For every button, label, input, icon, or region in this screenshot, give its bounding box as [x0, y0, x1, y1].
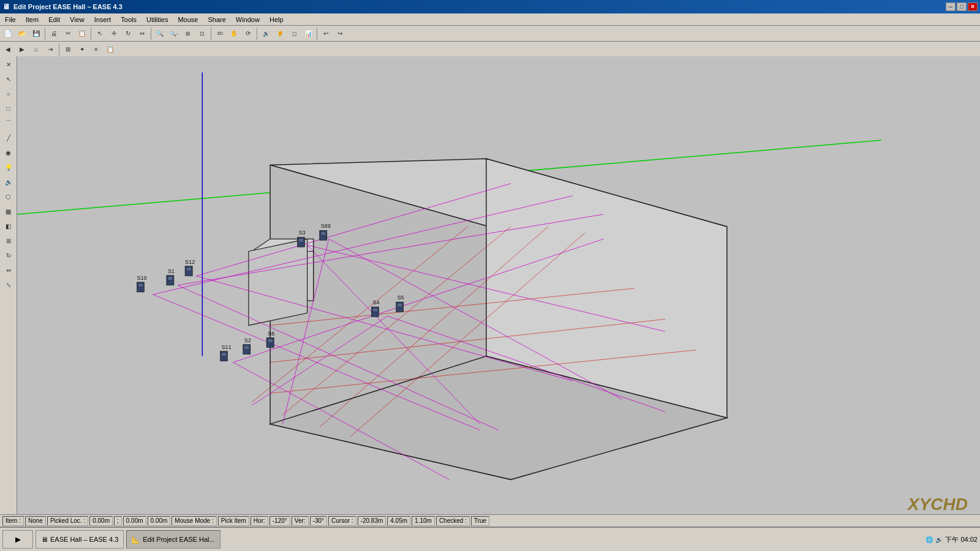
- grid-button[interactable]: ⊞: [61, 43, 75, 56]
- mouse-mode-label: Mouse Mode :: [172, 516, 216, 526]
- calc-button[interactable]: 📊: [301, 27, 315, 40]
- menu-edit[interactable]: Edit: [43, 15, 65, 24]
- pan-button[interactable]: ✋: [227, 27, 241, 40]
- menu-mouse[interactable]: Mouse: [173, 15, 203, 24]
- sep5: [257, 28, 257, 40]
- undo-button[interactable]: ↩: [319, 27, 333, 40]
- toolbar-main: 📄 📂 💾 🖨 ✂ 📋 ↖ ✛ ↻ ⇔ 🔍 🔍- ⊞ ⊡ 3D ✋ ⟳ 🔊 👂 …: [0, 26, 980, 42]
- svg-rect-45: [321, 231, 326, 235]
- svg-rect-48: [372, 308, 377, 312]
- svg-rect-33: [138, 283, 143, 287]
- sep4: [211, 28, 211, 40]
- area-button[interactable]: ◻: [287, 27, 301, 40]
- home-button[interactable]: ⌂: [29, 43, 43, 56]
- zoom-in-button[interactable]: 🔍: [153, 27, 167, 40]
- taskbar-item-edit-project[interactable]: 📐 Edit Project EASE Hal...: [126, 530, 220, 549]
- next-button[interactable]: ▶: [15, 43, 29, 56]
- prev-button[interactable]: ◀: [1, 43, 15, 56]
- lt-rect[interactable]: □: [2, 102, 15, 115]
- speaker-S2[interactable]: S2: [243, 337, 251, 354]
- lt-poly[interactable]: ⬡: [2, 190, 15, 203]
- zoom-all-button[interactable]: ⊞: [181, 27, 195, 40]
- svg-text:S6: S6: [268, 331, 274, 337]
- lt-light[interactable]: 💡: [2, 160, 15, 174]
- lt-scale[interactable]: ⤡: [2, 278, 15, 291]
- lt-line[interactable]: ╱: [2, 131, 15, 144]
- lt-mirror[interactable]: ⇔: [2, 263, 15, 277]
- listener-button[interactable]: 👂: [273, 27, 287, 40]
- speaker-S3[interactable]: S3: [297, 230, 305, 247]
- lt-select[interactable]: ↖: [2, 72, 15, 86]
- taskbar-item-ease-hall[interactable]: 🖥 EASE Hall – EASE 4.3: [36, 530, 124, 549]
- menubar: File Item Edit View Insert Tools Utiliti…: [0, 13, 980, 26]
- lt-speaker[interactable]: 🔊: [2, 175, 15, 189]
- layer-button[interactable]: ≡: [89, 43, 103, 56]
- sep7: [59, 43, 59, 56]
- maximize-button[interactable]: □: [957, 2, 967, 11]
- system-tray: 🌐 🔊 下午 04:02: [925, 535, 978, 544]
- lt-cursor[interactable]: ✕: [2, 58, 15, 71]
- select-arrow[interactable]: ↖: [93, 27, 107, 40]
- lt-grid[interactable]: ⊞: [2, 234, 15, 247]
- zoom-out-button[interactable]: 🔍-: [167, 27, 181, 40]
- item-label: Item :: [2, 516, 24, 526]
- copy-button[interactable]: 📋: [75, 27, 89, 40]
- scene-canvas: S10 S1 S12 S3 S69 S4: [17, 56, 980, 527]
- cursor-label: Cursor :: [328, 516, 356, 526]
- coord-y-val: 0.00m: [123, 516, 146, 526]
- snap-button[interactable]: ✦: [75, 43, 89, 56]
- lt-arc[interactable]: ⌒: [2, 116, 15, 130]
- speaker-S5[interactable]: S5: [396, 294, 404, 312]
- hor-label: Hor:: [251, 516, 268, 526]
- viewport[interactable]: S10 S1 S12 S3 S69 S4: [17, 56, 980, 527]
- svg-rect-42: [299, 238, 304, 242]
- lt-fill[interactable]: ◧: [2, 219, 15, 233]
- menu-view[interactable]: View: [65, 15, 89, 24]
- menu-help[interactable]: Help: [265, 15, 288, 24]
- cut-button[interactable]: ✂: [61, 27, 75, 40]
- menu-insert[interactable]: Insert: [89, 15, 116, 24]
- lt-rotate[interactable]: ↻: [2, 249, 15, 262]
- rotate-button[interactable]: ↻: [121, 27, 135, 40]
- speaker-S6[interactable]: S6: [266, 331, 274, 348]
- redo-button[interactable]: ↪: [333, 27, 347, 40]
- task-label-2: Edit Project EASE Hal...: [143, 536, 214, 543]
- save-button[interactable]: 💾: [29, 27, 43, 40]
- cursor-y: 4.05m: [387, 516, 410, 526]
- checked-val: True: [471, 516, 489, 526]
- zoom-window-button[interactable]: ⊡: [195, 27, 209, 40]
- close-button[interactable]: ✕: [968, 2, 978, 11]
- menu-tools[interactable]: Tools: [116, 15, 141, 24]
- menu-share[interactable]: Share: [203, 15, 230, 24]
- lt-panel[interactable]: ▦: [2, 204, 15, 218]
- open-button[interactable]: 📂: [15, 27, 29, 40]
- speaker-S1[interactable]: S1: [167, 268, 175, 285]
- lt-circle[interactable]: ○: [2, 87, 15, 100]
- props-button[interactable]: 📋: [104, 43, 117, 56]
- print-button[interactable]: 🖨: [47, 27, 61, 40]
- tray-network-icon: 🌐: [925, 536, 933, 543]
- start-button[interactable]: ▶: [2, 530, 33, 549]
- task-icon-1: 🖥: [41, 536, 48, 543]
- scale-button[interactable]: ⇔: [135, 27, 149, 40]
- menu-file[interactable]: File: [0, 15, 21, 24]
- coord-z-val: 0.00m: [148, 516, 171, 526]
- menu-utilities[interactable]: Utilities: [141, 15, 173, 24]
- coord-y: ;: [114, 516, 122, 526]
- orbit-button[interactable]: ⟳: [241, 27, 255, 40]
- svg-text:S69: S69: [321, 223, 331, 229]
- checked-label: Checked :: [436, 516, 470, 526]
- speaker-button[interactable]: 🔊: [259, 27, 273, 40]
- menu-window[interactable]: Window: [231, 15, 265, 24]
- titlebar-controls[interactable]: ─ □ ✕: [946, 2, 978, 11]
- sep6: [317, 28, 317, 40]
- view3d-button[interactable]: 3D: [213, 27, 227, 40]
- speaker-S4[interactable]: S4: [371, 299, 379, 317]
- minimize-button[interactable]: ─: [946, 2, 956, 11]
- new-button[interactable]: 📄: [1, 27, 15, 40]
- svg-text:S10: S10: [137, 275, 146, 281]
- lt-node[interactable]: ◉: [2, 146, 15, 159]
- move-button[interactable]: ✛: [107, 27, 121, 40]
- menu-item[interactable]: Item: [21, 15, 43, 24]
- end-button[interactable]: ⇥: [43, 43, 57, 56]
